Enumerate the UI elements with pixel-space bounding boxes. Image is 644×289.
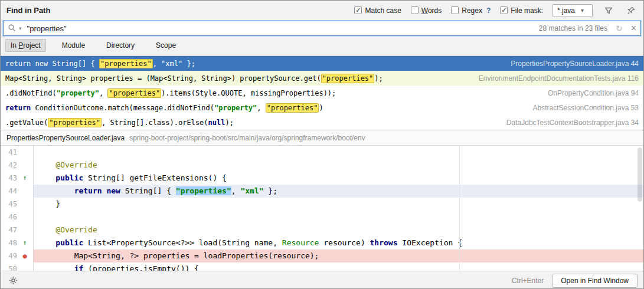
result-code: .didNotFind("property", "properties").it… — [5, 89, 336, 97]
option-regex[interactable]: Regex ? — [451, 6, 491, 15]
editor-line[interactable]: 46 — [1, 211, 643, 224]
editor-line[interactable]: 47 @Override — [1, 224, 643, 237]
editor-line[interactable]: 45 } — [1, 198, 643, 211]
code-segment: new — [106, 186, 120, 195]
regex-help-icon[interactable]: ? — [486, 6, 491, 15]
option-match-case[interactable]: ✓ Match case — [354, 6, 401, 15]
editor-line[interactable]: 42 @Override — [1, 159, 643, 172]
shortcut-hint: Ctrl+Enter — [512, 277, 544, 285]
override-icon[interactable]: ↑ — [17, 237, 32, 249]
line-number: 46 — [1, 211, 17, 224]
code-segment: "properties" — [321, 74, 375, 83]
result-file-ref: OnPropertyCondition.java 94 — [536, 89, 639, 97]
open-in-find-window-button[interactable]: Open in Find Window — [552, 274, 638, 288]
editor-line[interactable]: 43↑ public String[] getFileExtensions() … — [1, 172, 643, 185]
option-words[interactable]: Words — [411, 6, 442, 15]
editor-code — [34, 211, 643, 224]
line-number: 45 — [1, 198, 17, 211]
result-row[interactable]: .didNotFind("property", "properties").it… — [1, 86, 643, 100]
pin-icon[interactable] — [625, 4, 638, 17]
editor-gutter: 47 — [1, 224, 34, 237]
code-segment — [37, 264, 74, 271]
result-row[interactable]: return new String[] { "properties", "xml… — [1, 56, 643, 71]
tab-scope[interactable]: Scope — [151, 39, 181, 52]
editor-line[interactable]: 48↑ public List<PropertySource<?>> load(… — [1, 237, 643, 249]
words-checkbox[interactable] — [411, 6, 419, 14]
file-mask-value: *.java — [557, 6, 575, 15]
override-icon[interactable]: ↑ — [17, 172, 32, 185]
regex-checkbox[interactable] — [451, 6, 459, 14]
code-segment: , — [99, 89, 107, 97]
line-number: 49 — [1, 249, 17, 262]
editor-line[interactable]: 49● Map<String, ?> properties = loadProp… — [1, 249, 643, 262]
close-icon[interactable]: × — [631, 24, 636, 33]
tab-directory[interactable]: Directory — [101, 39, 140, 52]
line-number: 50 — [1, 262, 17, 271]
search-row: ▾ "properties" 28 matches in 23 files ↻ … — [1, 20, 643, 38]
preview-file-name: PropertiesPropertySourceLoader.java — [6, 134, 125, 142]
search-query-value: "properties" — [27, 24, 67, 33]
filter-icon[interactable] — [602, 4, 615, 17]
search-input[interactable]: ▾ "properties" 28 matches in 23 files ↻ … — [3, 21, 641, 36]
search-icon[interactable] — [8, 24, 16, 34]
preview-file-path: spring-boot-project/spring-boot/src/main… — [129, 134, 365, 142]
editor-line[interactable]: 50 if (properties.isEmpty()) { — [1, 262, 643, 271]
editor-lines: 4142 @Override43↑ public String[] getFil… — [1, 146, 643, 271]
editor-code — [34, 146, 643, 159]
code-segment: "xml" — [240, 186, 263, 195]
code-segment — [37, 186, 74, 195]
file-mask-combobox[interactable]: *.java ▾ — [553, 4, 593, 17]
code-segment: .getValue( — [5, 119, 48, 127]
code-preview[interactable]: 4142 @Override43↑ public String[] getFil… — [1, 146, 643, 271]
search-history-chevron-icon[interactable]: ▾ — [19, 25, 22, 31]
editor-gutter: 49● — [1, 249, 34, 262]
code-segment: throws — [370, 238, 398, 247]
match-case-checkbox[interactable]: ✓ — [354, 6, 362, 14]
code-segment: if — [74, 264, 84, 271]
code-segment: resource) — [319, 238, 370, 247]
code-segment: , — [257, 104, 265, 112]
editor-line[interactable]: 44 return new String[] { "properties", "… — [1, 185, 643, 198]
code-segment: @Override — [55, 225, 97, 234]
dialog-title: Find in Path — [6, 6, 50, 15]
breakpoint-icon[interactable]: ● — [17, 249, 32, 262]
result-row[interactable]: .getValue("properties", String[].class).… — [1, 115, 643, 130]
preview-header: PropertiesPropertySourceLoader.java spri… — [1, 130, 643, 146]
result-row[interactable]: return ConditionOutcome.match(message.di… — [1, 100, 643, 115]
option-label: Match case — [365, 6, 401, 15]
line-number: 47 — [1, 224, 17, 237]
code-segment: "properties" — [107, 88, 161, 98]
editor-code: if (properties.isEmpty()) { — [34, 262, 643, 271]
code-segment: public — [55, 238, 83, 247]
code-segment: return — [74, 186, 102, 195]
line-number: 42 — [1, 159, 17, 172]
scope-tabs: In Project Module Directory Scope — [1, 38, 643, 55]
editor-code: public List<PropertySource<?>> load(Stri… — [34, 237, 643, 249]
code-segment: "properties" — [99, 59, 153, 68]
editor-code: @Override — [34, 224, 643, 237]
code-segment: ConditionOutcome.match(message.didNotFin… — [31, 104, 214, 112]
chevron-down-icon[interactable]: ▾ — [581, 7, 584, 14]
option-file-mask[interactable]: ✓ File mask: — [500, 6, 543, 15]
editor-code: public String[] getFileExtensions() { — [34, 172, 643, 185]
line-number: 41 — [1, 146, 17, 159]
gear-icon[interactable] — [6, 274, 19, 287]
code-segment: return new String[] { — [5, 60, 99, 68]
right-margin-guide — [459, 146, 460, 271]
result-file-ref: AbstractSessionCondition.java 53 — [521, 104, 639, 112]
file-mask-checkbox[interactable]: ✓ — [500, 6, 508, 14]
editor-line[interactable]: 41 — [1, 146, 643, 159]
option-label: Words — [421, 6, 442, 15]
option-label: File mask: — [511, 6, 543, 15]
refresh-icon[interactable]: ↻ — [616, 24, 623, 33]
result-row[interactable]: Map<String, String> properties = (Map<St… — [1, 71, 643, 86]
editor-code: Map<String, ?> properties = loadProperti… — [34, 249, 643, 262]
editor-gutter: 43↑ — [1, 172, 34, 185]
tab-module[interactable]: Module — [57, 39, 90, 52]
editor-scrollbar[interactable] — [638, 147, 642, 202]
line-number: 43 — [1, 172, 17, 185]
tab-in-project[interactable]: In Project — [5, 39, 46, 52]
code-segment — [37, 160, 55, 169]
code-segment: } — [37, 199, 60, 208]
result-file-ref: PropertiesPropertySourceLoader.java 44 — [499, 60, 639, 68]
